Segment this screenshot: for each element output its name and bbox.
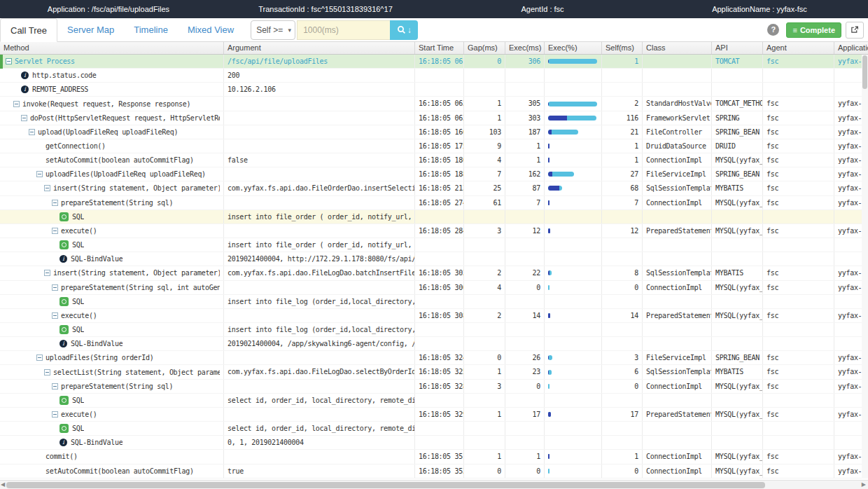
tree-row[interactable]: upload(UploadFileReq uploadFileReq)16:18… [0, 125, 868, 139]
tree-row[interactable]: ihttp.status.code200 [0, 69, 868, 83]
exec-cell: 12 [505, 224, 545, 237]
collapse-icon[interactable] [44, 185, 50, 191]
collapse-icon[interactable] [52, 228, 58, 234]
tree-row[interactable]: execute()16:18:05 30821414PreparedStatem… [0, 309, 868, 323]
tree-row[interactable]: SQLinsert into file_order ( order_id, no… [0, 210, 868, 224]
tab-call-tree[interactable]: Call Tree [0, 18, 57, 42]
api-cell [712, 323, 763, 336]
collapse-icon[interactable] [6, 58, 12, 64]
scroll-left-arrow-icon[interactable]: ◀ [1, 481, 5, 489]
collapse-icon[interactable] [52, 200, 58, 206]
filter-threshold-input[interactable] [297, 20, 390, 40]
exec-percent-bar [548, 116, 596, 120]
collapse-icon[interactable] [44, 369, 50, 376]
collapse-icon[interactable] [52, 411, 58, 418]
collapse-icon[interactable] [52, 383, 58, 390]
agent-cell [763, 210, 834, 223]
exec-cell: 303 [505, 111, 545, 125]
collapse-icon[interactable] [52, 284, 58, 291]
vertical-scrollbar-thumb[interactable] [862, 55, 867, 89]
tree-row[interactable]: getConnection()16:18:05 175911DruidDataS… [0, 139, 868, 153]
exec-percent-cell [545, 266, 602, 280]
class-cell: FileController [643, 125, 712, 139]
collapse-icon[interactable] [29, 129, 35, 135]
start-time-cell [415, 323, 464, 336]
tree-row[interactable]: iSQL-BindValue2019021400004, http://172.… [0, 252, 868, 266]
tree-row[interactable]: execute()16:18:05 32911717PreparedStatem… [0, 408, 868, 422]
method-label: SQL [72, 210, 84, 223]
collapse-icon[interactable] [44, 270, 50, 276]
tree-row[interactable]: SQLinsert into file_order ( order_id, no… [0, 238, 868, 252]
tree-row[interactable]: prepareStatement(String sql)16:18:05 328… [0, 380, 868, 394]
tree-row[interactable]: prepareStatement(String sql)16:18:05 274… [0, 196, 868, 210]
class-cell [643, 252, 712, 266]
start-time-cell: 16:18:05 166 [415, 125, 464, 139]
tab-timeline[interactable]: Timeline [124, 18, 178, 41]
tree-row[interactable]: prepareStatement(String sql, int autoGen… [0, 281, 868, 295]
tree-row[interactable]: uploadFiles(String orderId)16:18:05 3240… [0, 351, 868, 365]
tree-row[interactable]: SQLinsert into file_log (order_id,local_… [0, 323, 868, 337]
horizontal-scrollbar[interactable]: ◀ ▶ [0, 480, 868, 489]
class-cell [643, 436, 712, 449]
agent-cell: fsc [763, 167, 834, 181]
collapse-icon[interactable] [21, 115, 27, 121]
argument-cell [224, 351, 415, 364]
tree-row[interactable]: iSQL-BindValue0, 1, 2019021400004 [0, 436, 868, 450]
tree-row[interactable]: invoke(Request request, Response respons… [0, 97, 868, 111]
tree-row[interactable]: SQLinsert into file_log (order_id,local_… [0, 295, 868, 309]
exec-percent-bar [548, 355, 552, 360]
argument-cell: 2019021400004, /app/skywalking6-agent/co… [224, 337, 415, 350]
tab-mixed-view[interactable]: Mixed View [178, 18, 244, 41]
tree-row[interactable]: setAutoCommit(boolean autoCommitFlag)tru… [0, 464, 868, 478]
tree-row[interactable]: iREMOTE_ADDRESS10.126.2.106 [0, 83, 868, 97]
argument-cell [224, 97, 415, 110]
scroll-right-arrow-icon[interactable]: ▶ [862, 481, 866, 489]
tree-row[interactable]: execute()16:18:05 28431212PreparedStatem… [0, 224, 868, 238]
exec-percent-cell [545, 181, 602, 195]
tree-row[interactable]: uploadFiles(UploadFileReq uploadFileReq)… [0, 167, 868, 181]
exec-self-bar-segment [548, 116, 567, 120]
exec-self-bar-segment [548, 172, 552, 177]
class-cell [643, 337, 712, 350]
agent-cell: fsc [763, 196, 834, 209]
collapse-icon[interactable] [36, 171, 43, 177]
column-header-self-ms-: Self(ms) [602, 42, 643, 54]
tree-row[interactable]: SQLselect id, order_id, local_directory,… [0, 394, 868, 408]
collapse-icon[interactable] [52, 312, 58, 319]
open-in-new-window-button[interactable] [846, 22, 864, 39]
exec-self-bar-segment [548, 200, 550, 205]
exec-percent-bar [548, 130, 578, 135]
tree-row[interactable]: doPost(HttpServletRequest request, HttpS… [0, 111, 868, 125]
tree-row[interactable]: insert(String statement, Object paramete… [0, 266, 868, 280]
tree-row[interactable]: insert(String statement, Object paramete… [0, 181, 868, 195]
tab-server-map[interactable]: Server Map [57, 18, 124, 41]
tree-row[interactable]: selectList(String statement, Object para… [0, 365, 868, 379]
complete-button[interactable]: ≡ Complete [786, 22, 841, 38]
exec-percent-cell [545, 464, 602, 478]
horizontal-scrollbar-thumb[interactable] [6, 482, 765, 488]
tree-row[interactable]: commit()16:18:05 351111ConnectionImplMYS… [0, 450, 868, 464]
agent-cell: fsc [763, 351, 834, 364]
exec-cell [505, 394, 545, 407]
tree-row[interactable]: Servlet Process/fsc/api/file/uploadFiles… [0, 55, 868, 69]
collapse-icon[interactable] [36, 354, 43, 361]
search-button[interactable]: ↓ [390, 20, 418, 40]
self-cell: 17 [602, 408, 643, 421]
help-icon[interactable]: ? [767, 24, 779, 36]
class-cell: ConnectionImpl [643, 450, 712, 463]
tree-row[interactable]: iSQL-BindValue2019021400004, /app/skywal… [0, 337, 868, 351]
tree-row[interactable]: setAutoCommit(boolean autoCommitFlag)fal… [0, 153, 868, 167]
collapse-icon[interactable] [13, 101, 20, 107]
filter-type-select[interactable]: Self >= ▾ [251, 20, 295, 40]
self-cell [602, 394, 643, 407]
gap-cell: 1 [464, 408, 505, 421]
method-cell: SQL [0, 394, 224, 407]
vertical-scrollbar[interactable] [862, 55, 868, 478]
class-cell [643, 83, 712, 96]
method-label: uploadFiles(String orderId) [46, 351, 153, 364]
gap-cell: 9 [464, 139, 505, 153]
self-cell: 1 [602, 55, 643, 68]
exec-cell [505, 69, 545, 82]
tree-row[interactable]: SQLselect id, order_id, local_directory,… [0, 422, 868, 436]
class-cell [643, 323, 712, 336]
